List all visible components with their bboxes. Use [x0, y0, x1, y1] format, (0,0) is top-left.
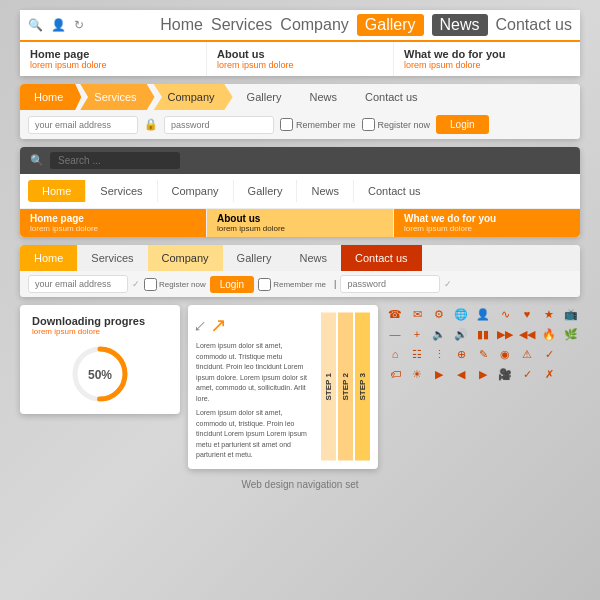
nav2-services[interactable]: Services [76, 84, 154, 110]
nav3-what-sub: lorem ipsum dolore [404, 224, 570, 233]
nav2-company[interactable]: Company [150, 84, 233, 110]
next-icon[interactable]: ▶▶ [496, 325, 514, 343]
minus-icon[interactable]: — [386, 325, 404, 343]
step-2-label: STEP 2 [338, 313, 353, 461]
register-label: Register now [362, 118, 431, 131]
home-icon[interactable]: ⌂ [386, 345, 404, 363]
vol-high-icon[interactable]: 🔊 [452, 325, 470, 343]
add-icon[interactable]: ⊕ [452, 345, 470, 363]
globe-icon[interactable]: 🌐 [452, 305, 470, 323]
nav3-links: Home Services Company Gallery News Conta… [20, 174, 580, 208]
nav3-search-input[interactable] [50, 152, 180, 169]
rss-icon[interactable]: ∿ [496, 305, 514, 323]
nav4-company[interactable]: Company [148, 245, 223, 271]
step-1-label: STEP 1 [321, 313, 336, 461]
play-icon[interactable]: ▶ [430, 365, 448, 383]
navbar-3: 🔍 Home Services Company Gallery News Con… [20, 147, 580, 237]
navbar-4: Home Services Company Gallery News Conta… [20, 245, 580, 297]
phone-icon[interactable]: ☎ [386, 305, 404, 323]
nav1-section-what: What we do for you lorem ipsum dolore [394, 42, 580, 76]
nav1-company-link[interactable]: Company [280, 16, 348, 34]
refresh-icon[interactable]: ↻ [74, 18, 84, 32]
grid-icon[interactable]: ☷ [408, 345, 426, 363]
nav3-about-title: About us [217, 213, 383, 224]
nav1-what-title: What we do for you [404, 48, 570, 60]
nav4-login-button[interactable]: Login [210, 276, 254, 293]
nav4-email-input[interactable] [28, 275, 128, 293]
gear-icon[interactable]: ⚙ [430, 305, 448, 323]
search-icon[interactable]: 🔍 [28, 18, 43, 32]
sun-icon[interactable]: ☀ [408, 365, 426, 383]
nav1-services-link[interactable]: Services [211, 16, 272, 34]
nav2-login-button[interactable]: Login [436, 115, 488, 134]
remember-me-checkbox[interactable] [280, 118, 293, 131]
flame-icon[interactable]: 🔥 [540, 325, 558, 343]
nav3-home-sub: lorem ipsum dolore [30, 224, 196, 233]
user2-icon[interactable]: 👤 [474, 305, 492, 323]
nav3-section-home: Home page lorem ipsum dolore [20, 209, 207, 237]
nav1-gallery-link[interactable]: Gallery [357, 14, 424, 36]
monitor-icon[interactable]: 📺 [562, 305, 580, 323]
mail-icon[interactable]: ✉ [408, 305, 426, 323]
search-icon: 🔍 [30, 154, 44, 167]
video-icon[interactable]: 🎥 [496, 365, 514, 383]
nav4-separator: | [334, 279, 336, 289]
star-icon[interactable]: ★ [540, 305, 558, 323]
heart-icon[interactable]: ♥ [518, 305, 536, 323]
nav3-what-title: What we do for you [404, 213, 570, 224]
cross-icon[interactable]: ✗ [540, 365, 558, 383]
nav2-contact[interactable]: Contact us [351, 84, 432, 110]
nav4-services[interactable]: Services [77, 245, 147, 271]
apps-icon[interactable]: ⋮ [430, 345, 448, 363]
nav3-contact-link[interactable]: Contact us [354, 180, 435, 202]
nav4-remember-label: Remember me [258, 278, 326, 291]
navbar-1: 🔍 👤 ↻ Home Services Company Gallery News… [20, 10, 580, 76]
nav4-password-input[interactable] [340, 275, 440, 293]
eye-icon[interactable]: ◉ [496, 345, 514, 363]
steps-text-area: ↓ ↗ Lorem ipsum dolor sit amet, commodo … [196, 313, 311, 461]
pause-icon[interactable]: ▮▮ [474, 325, 492, 343]
user-icon[interactable]: 👤 [51, 18, 66, 32]
nav4-pass-check: ✓ [444, 279, 452, 289]
navbar-2: Home Services Company Gallery News Conta… [20, 84, 580, 139]
icons-section: ☎ ✉ ⚙ 🌐 👤 ∿ ♥ ★ 📺 — + 🔈 🔊 ▮▮ ▶▶ ◀◀ 🔥 🌿 [386, 305, 580, 383]
nav4-remember-checkbox[interactable] [258, 278, 271, 291]
nav3-news-link[interactable]: News [297, 180, 354, 202]
nav3-company-link[interactable]: Company [158, 180, 234, 202]
tag-icon[interactable]: 🏷 [386, 365, 404, 383]
nav4-register-checkbox[interactable] [144, 278, 157, 291]
vol-low-icon[interactable]: 🔈 [430, 325, 448, 343]
nav3-search-bar: 🔍 [20, 147, 580, 174]
checkmark-icon[interactable]: ✓ [518, 365, 536, 383]
plus-icon[interactable]: + [408, 325, 426, 343]
nav3-services-link[interactable]: Services [86, 180, 157, 202]
leaf-icon[interactable]: 🌿 [562, 325, 580, 343]
nav1-home-link[interactable]: Home [160, 16, 203, 34]
nav4-home[interactable]: Home [20, 245, 77, 271]
nav4-check-icon: ✓ [132, 279, 140, 289]
progress-subtitle: lorem ipsum dolore [32, 327, 168, 336]
nav1-about-sub: lorem ipsum dolore [217, 60, 383, 70]
register-checkbox[interactable] [362, 118, 375, 131]
forward-icon[interactable]: ▶ [474, 365, 492, 383]
check-icon[interactable]: ✓ [540, 345, 558, 363]
step-labels: STEP 1 STEP 2 STEP 3 [321, 313, 370, 461]
nav2-password-input[interactable] [164, 116, 274, 134]
nav1-news-link[interactable]: News [432, 14, 488, 36]
steps-text-1: Lorem ipsum dolor sit amet, commodo ut. … [196, 341, 311, 404]
prev-icon[interactable]: ◀◀ [518, 325, 536, 343]
nav2-home[interactable]: Home [20, 84, 81, 110]
alert-icon[interactable]: ⚠ [518, 345, 536, 363]
nav2-news[interactable]: News [295, 84, 351, 110]
nav4-gallery[interactable]: Gallery [223, 245, 286, 271]
nav4-news[interactable]: News [285, 245, 341, 271]
steps-arrows: ↓ ↗ [196, 313, 311, 337]
pencil-icon[interactable]: ✎ [474, 345, 492, 363]
nav3-gallery-link[interactable]: Gallery [234, 180, 298, 202]
nav2-gallery[interactable]: Gallery [233, 84, 296, 110]
nav4-contact[interactable]: Contact us [341, 245, 422, 271]
nav2-email-input[interactable] [28, 116, 138, 134]
nav1-contact-link[interactable]: Contact us [496, 16, 572, 34]
back-icon[interactable]: ◀ [452, 365, 470, 383]
nav3-home-link[interactable]: Home [28, 180, 86, 202]
